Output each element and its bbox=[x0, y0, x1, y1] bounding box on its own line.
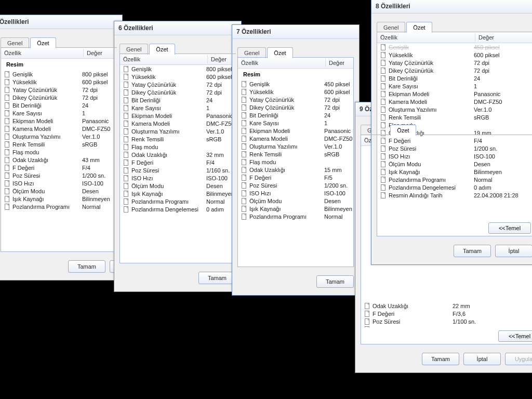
tab-summary[interactable]: Özet bbox=[267, 47, 292, 58]
list-item[interactable]: Poz Süresi1/200 sn. bbox=[238, 181, 353, 189]
list-item[interactable]: Bit Derinliği24 bbox=[377, 74, 532, 82]
list-item[interactable]: Flaş modu bbox=[120, 143, 235, 151]
tab-general[interactable]: Genel bbox=[119, 44, 148, 55]
list-item[interactable]: Işık KaynağıBilinmeyen bbox=[377, 168, 532, 176]
list-item[interactable]: Resim bbox=[238, 69, 353, 80]
list-item[interactable]: Renk TemsilisRGB bbox=[377, 113, 532, 121]
list-item[interactable]: F DeğeriF/4 bbox=[377, 137, 532, 144]
list-item[interactable]: Bit Derinliği24 bbox=[120, 96, 235, 104]
list-item[interactable]: Yatay Çözünürlük72 dpi bbox=[238, 96, 353, 103]
cancel-button[interactable]: İptal bbox=[495, 245, 532, 257]
tab-summary[interactable]: Özet bbox=[30, 37, 56, 48]
list-item[interactable]: Kare Sayısı1 bbox=[1, 109, 116, 117]
list-item[interactable]: Ölçüm ModuDesen bbox=[1, 187, 116, 195]
list-item[interactable]: Ölçüm ModuDesen bbox=[377, 160, 532, 168]
list-item[interactable]: Yatay Çözünürlük72 dpi bbox=[1, 86, 116, 94]
list-item[interactable]: Oluşturma YazılımıVer.1.0 bbox=[238, 142, 353, 150]
column-value[interactable]: Değer bbox=[84, 49, 116, 57]
list-item[interactable]: Yükseklik600 piksel bbox=[1, 78, 116, 86]
ok-button[interactable]: Tamam bbox=[68, 260, 105, 273]
list-item[interactable]: Renk TemsilisRGB bbox=[120, 135, 235, 143]
list-item[interactable]: Genişlik450 piksel bbox=[238, 80, 353, 88]
list-item[interactable]: Pozlandırma ProgramıNormal bbox=[238, 212, 353, 220]
list-item[interactable]: Bit Derinliği24 bbox=[238, 111, 353, 119]
list-item[interactable]: Yükseklik600 piksel bbox=[377, 51, 532, 59]
property-list[interactable]: ResimGenişlik800 pikselYükseklik600 piks… bbox=[1, 59, 116, 251]
list-item[interactable]: Ölçüm ModuDesen bbox=[238, 197, 353, 205]
list-item[interactable]: Pozlandırma ProgramıNormal bbox=[120, 197, 235, 205]
list-item[interactable]: Ölçüm ModuDesen bbox=[120, 182, 235, 190]
list-item[interactable]: Kare Sayısı1 bbox=[377, 82, 532, 90]
basic-toggle-button[interactable]: <<Temel bbox=[498, 330, 532, 342]
list-item[interactable]: Poz Süresi1/100 sn. bbox=[361, 317, 532, 325]
list-item[interactable]: Flaş modu bbox=[238, 158, 353, 166]
tab-summary[interactable]: Özet bbox=[390, 125, 416, 136]
list-item[interactable]: Ekipman ModeliPanasonic bbox=[377, 90, 532, 98]
list-item[interactable]: Işık KaynağıBilinmeyen bbox=[238, 205, 353, 212]
column-value[interactable]: Değer bbox=[475, 33, 532, 42]
list-item[interactable]: Işık KaynağıBilinmeyen bbox=[1, 195, 116, 203]
ok-button[interactable]: Tamam bbox=[198, 272, 236, 284]
list-item[interactable]: Genişlik800 piksel bbox=[1, 70, 116, 78]
basic-toggle-button[interactable]: <<Temel bbox=[488, 222, 531, 234]
property-list[interactable]: Genişlik800 pikselYükseklik600 pikselYat… bbox=[120, 65, 235, 263]
list-item[interactable]: Kamera ModeliDMC-FZ50 bbox=[1, 125, 116, 132]
list-item[interactable]: F DeğeriF/5 bbox=[238, 174, 353, 181]
ok-button[interactable]: Tamam bbox=[454, 245, 491, 257]
list-item[interactable]: Yükseklik600 piksel bbox=[238, 88, 353, 96]
list-item[interactable]: Yükseklik600 piksel bbox=[120, 73, 235, 81]
list-item[interactable]: Pozlandırma Dengelemesi0 adım bbox=[120, 205, 235, 213]
list-item[interactable]: F DeğeriF/4 bbox=[1, 164, 116, 171]
list-item[interactable]: Yatay Çözünürlük72 dpi bbox=[120, 81, 235, 88]
dialog-titlebar[interactable]: Özellikleri bbox=[0, 15, 122, 29]
list-item[interactable]: Kamera ModeliDMC-FZ50 bbox=[238, 135, 353, 142]
list-item[interactable]: Oluşturma YazılımıVer.1.0 bbox=[120, 127, 235, 135]
list-item[interactable]: Genişlik800 piksel bbox=[120, 65, 235, 73]
dialog-titlebar[interactable]: 7 Özellikleri bbox=[232, 25, 359, 39]
list-item[interactable]: Resmin Alındığı Tarih22.04.2008 21:28 bbox=[377, 191, 532, 199]
list-item[interactable]: Resim bbox=[1, 59, 116, 70]
column-property[interactable]: Özellik bbox=[120, 55, 208, 63]
column-property[interactable]: Özellik bbox=[238, 59, 326, 67]
column-property[interactable]: Özellik bbox=[377, 33, 475, 42]
list-item[interactable]: Oluşturma YazılımıVer.1.0 bbox=[377, 105, 532, 113]
tab-summary[interactable]: Özet bbox=[149, 44, 175, 55]
list-item[interactable]: F DeğeriF/4 bbox=[120, 158, 235, 166]
list-item[interactable]: Odak Uzaklığı15 mm bbox=[238, 166, 353, 174]
list-item[interactable]: Kamera ModeliDMC-FZ50 bbox=[377, 98, 532, 105]
list-item[interactable]: Yatay Çözünürlük72 dpi bbox=[377, 59, 532, 66]
list-item[interactable]: Odak Uzaklığı32 mm bbox=[120, 151, 235, 158]
list-item[interactable]: Odak Uzaklığı43 mm bbox=[1, 156, 116, 164]
list-item[interactable]: Ekipman ModeliPanasonic bbox=[238, 127, 353, 135]
tab-general[interactable]: Genel bbox=[237, 47, 266, 58]
list-item[interactable]: Bit Derinliği24 bbox=[1, 101, 116, 109]
ok-button[interactable]: Tamam bbox=[422, 353, 459, 365]
list-item[interactable]: Pozlandırma Dengelemesi0 adım bbox=[377, 183, 532, 191]
dialog-titlebar[interactable]: 8 Özellikleri bbox=[371, 0, 532, 14]
list-item[interactable]: Odak Uzaklığı22 mm bbox=[361, 302, 532, 310]
dialog-titlebar[interactable]: 6 Özellikleri bbox=[114, 21, 241, 35]
column-property[interactable]: Özellik bbox=[1, 49, 84, 57]
list-item[interactable]: ISO HızıISO-100 bbox=[238, 189, 353, 197]
list-item[interactable]: Poz Süresi1/200 sn. bbox=[377, 144, 532, 152]
list-item[interactable]: ISO HızıISO-100 bbox=[377, 152, 532, 160]
tab-summary[interactable]: Özet bbox=[406, 22, 432, 33]
list-item[interactable]: Flaş modu bbox=[1, 148, 116, 156]
list-item[interactable]: Dikey Çözünürlük72 dpi bbox=[1, 94, 116, 101]
list-item[interactable]: Dikey Çözünürlük72 dpi bbox=[377, 66, 532, 74]
list-item[interactable]: Pozlandırma ProgramıNormal bbox=[1, 203, 116, 210]
list-item[interactable]: Renk TemsilisRGB bbox=[238, 150, 353, 158]
tab-general[interactable]: Genel bbox=[377, 22, 405, 33]
list-item[interactable]: Renk TemsilisRGB bbox=[1, 140, 116, 148]
list-item[interactable]: Dikey Çözünürlük72 dpi bbox=[120, 88, 235, 96]
property-list[interactable]: ResimGenişlik450 pikselYükseklik600 piks… bbox=[238, 69, 353, 267]
list-item[interactable]: Kamera ModeliDMC-FZ50 bbox=[120, 119, 235, 127]
list-item[interactable]: Poz Süresi1/200 sn. bbox=[1, 171, 116, 179]
list-item[interactable]: Poz Süresi1/160 sn. bbox=[120, 166, 235, 174]
list-item[interactable]: Dikey Çözünürlük72 dpi bbox=[238, 103, 353, 111]
cancel-button[interactable]: İptal bbox=[463, 353, 501, 365]
list-item[interactable]: Pozlandırma ProgramıNormal bbox=[377, 176, 532, 183]
list-item[interactable]: Oluşturma YazılımıVer.1.0 bbox=[1, 132, 116, 140]
list-item[interactable]: ISO HızıISO-100 bbox=[120, 174, 235, 182]
list-item[interactable]: Kare Sayısı1 bbox=[238, 119, 353, 127]
